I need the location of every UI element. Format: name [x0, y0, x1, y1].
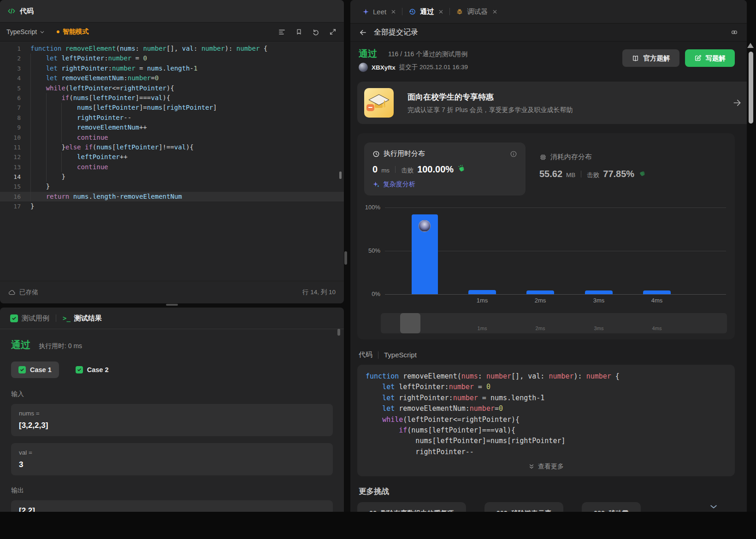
y-tick-0: 0%: [357, 290, 380, 297]
chip-icon: [539, 154, 547, 161]
bookmark-icon[interactable]: [294, 27, 303, 36]
indent-guide: [61, 133, 77, 142]
scrollbar-up-arrow[interactable]: [747, 43, 754, 48]
case-2-button[interactable]: Case 2: [68, 361, 116, 378]
runtime-stat-card[interactable]: 执行用时分布 0 ms 击败 100.00%: [364, 142, 526, 195]
code-line-14[interactable]: 14}: [0, 172, 344, 182]
banner-text: 面向在校学生的专享特惠 完成认证享 7 折 Plus 会员，享受更多学业及职业成…: [408, 92, 573, 114]
cursor-position[interactable]: 行 14, 列 10: [302, 288, 336, 296]
code-line-8[interactable]: 8rightPointer--: [0, 113, 344, 123]
double-chevron-down-icon: [528, 463, 535, 470]
input-field-val[interactable]: val = 3: [11, 443, 333, 475]
code-line-9[interactable]: 9removeElementNum++: [0, 123, 344, 132]
submitted-code-card[interactable]: function removeElement(nums: number[], v…: [357, 365, 735, 476]
submitted-code-line-4: let removeElementNum:number=0: [366, 403, 735, 414]
tab-divider: [402, 8, 402, 15]
indent-guide: [30, 172, 46, 182]
input-field-nums[interactable]: nums = [3,2,2,3]: [11, 404, 333, 436]
smart-mode-toggle[interactable]: 智能模式: [57, 28, 89, 36]
ai-sparkle-icon: [372, 181, 380, 188]
back-arrow-icon[interactable]: [359, 28, 367, 37]
mode-dot-icon: [57, 30, 59, 33]
bar-2ms[interactable]: [526, 290, 554, 294]
submission-marker-avatar: [419, 220, 431, 232]
editor-header: 代码: [0, 0, 344, 23]
clap-icon-dim: [638, 169, 646, 177]
editor-scrollbar-thumb[interactable]: [339, 172, 342, 179]
runtime-value: 0: [372, 164, 378, 175]
code-line-16[interactable]: 16return nums.length-removeElementNum: [0, 192, 344, 201]
bar-3ms[interactable]: [585, 290, 613, 294]
code-line-13[interactable]: 13continue: [0, 162, 344, 172]
code-line-11[interactable]: 11}else if(nums[leftPointer]!==val){: [0, 142, 344, 152]
official-solution-label: 官方题解: [644, 54, 670, 63]
language-selector[interactable]: TypeScript: [6, 28, 45, 36]
write-solution-button[interactable]: 写题解: [685, 49, 735, 67]
code-line-12[interactable]: 12leftPointer++: [0, 152, 344, 162]
line-number: 11: [0, 142, 30, 152]
runtime-unit: ms: [381, 167, 390, 174]
complexity-analysis-link[interactable]: 复杂度分析: [372, 180, 517, 189]
tab-debugger[interactable]: 调试器: [456, 7, 497, 16]
avatar[interactable]: [359, 63, 368, 72]
chart-brush-track[interactable]: 1ms2ms3ms4ms: [381, 313, 727, 333]
code-line-15[interactable]: 15}: [0, 182, 344, 191]
indent-guide: [46, 103, 62, 113]
see-more-button[interactable]: 查看更多: [357, 462, 735, 471]
vertical-resize-handle[interactable]: [344, 251, 347, 265]
code-editor[interactable]: 1function removeElement(nums: number[], …: [0, 41, 344, 281]
format-code-icon[interactable]: [277, 27, 286, 36]
indent-guide: [30, 133, 46, 142]
field-value: [3,2,2,3]: [19, 421, 325, 430]
code-line-10[interactable]: 10continue: [0, 133, 344, 142]
bar-1ms[interactable]: [468, 290, 496, 294]
code-line-2[interactable]: 2let leftPointer:number = 0: [0, 53, 344, 63]
indent-guide: [30, 113, 46, 123]
chart-brush-window[interactable]: [400, 313, 420, 333]
scroll-down-indicator-icon[interactable]: [709, 502, 718, 511]
memory-stat-block[interactable]: 消耗内存分布 55.62 MB 击败 77.85%: [539, 153, 646, 179]
editor-lines: 1function removeElement(nums: number[], …: [0, 44, 344, 212]
memory-stat-value-row: 55.62 MB 击败 77.85%: [539, 169, 646, 179]
submitted-code-line-5: while(leftPointer<=rightPointer){: [366, 415, 735, 425]
book-icon: [632, 55, 639, 62]
complexity-analysis-label: 复杂度分析: [383, 180, 415, 189]
scrollbar-thumb[interactable]: [749, 52, 753, 124]
undo-icon[interactable]: [311, 27, 320, 36]
code-line-4[interactable]: 4let removeElementNum:number=0: [0, 73, 344, 83]
code-line-1[interactable]: 1function removeElement(nums: number[], …: [0, 44, 344, 53]
editor-statusbar: 已存储 行 14, 列 10: [0, 281, 344, 303]
panel-title: 代码: [20, 7, 34, 16]
stats-and-chart-card: 执行用时分布 0 ms 击败 100.00%: [357, 133, 735, 339]
bar-4ms[interactable]: [643, 290, 671, 294]
test-panel-scrollbar-thumb[interactable]: [337, 329, 340, 336]
indent-guide: [30, 142, 46, 152]
code-line-3[interactable]: 3let rightPointer:number = nums.length-1: [0, 64, 344, 73]
code-line-17[interactable]: 17}: [0, 201, 344, 211]
code-line-6[interactable]: 6if(nums[leftPointer]===val){: [0, 93, 344, 103]
official-solution-button[interactable]: 官方题解: [622, 49, 679, 67]
tab-test-case[interactable]: 测试用例: [10, 314, 49, 323]
close-icon[interactable]: [391, 9, 396, 14]
case-1-button[interactable]: Case 1: [11, 361, 59, 378]
indent-guide: [46, 142, 62, 152]
student-promo-banner[interactable]: 面向在校学生的专享特惠 完成认证享 7 折 Plus 会员，享受更多学业及职业成…: [357, 82, 747, 124]
tab-test-result[interactable]: >_ 测试结果: [63, 314, 102, 323]
arrow-right-icon[interactable]: [732, 98, 742, 107]
code-line-5[interactable]: 5while(leftPointer<=rightPointer){: [0, 83, 344, 93]
pencil-icon: [694, 54, 702, 62]
tab-submission[interactable]: 通过: [408, 7, 443, 16]
banner-title: 面向在校学生的专享特惠: [408, 92, 573, 102]
gridline-100: [385, 207, 726, 208]
case-2-label: Case 2: [87, 366, 109, 373]
horizontal-resize-handle[interactable]: [166, 304, 178, 306]
close-icon[interactable]: [492, 9, 497, 14]
code-line-7[interactable]: 7nums[leftPointer]=nums[rightPointer]: [0, 103, 344, 113]
close-icon[interactable]: [438, 9, 443, 14]
case-list: Case 1 Case 2: [11, 361, 333, 378]
expand-icon[interactable]: [328, 27, 337, 36]
tab-leet[interactable]: Leet: [362, 8, 396, 16]
info-icon[interactable]: [510, 150, 517, 158]
link-icon[interactable]: [730, 28, 738, 36]
username[interactable]: XBXyftx: [372, 64, 396, 71]
